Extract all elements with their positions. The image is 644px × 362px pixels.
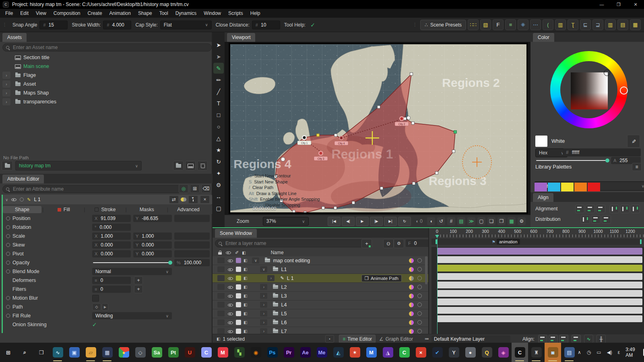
hex-field[interactable]: #ffffff: [563, 148, 641, 156]
rotation-field[interactable]: °0.000: [92, 224, 131, 231]
layer-scrollbar[interactable]: [425, 256, 427, 284]
layer-color-swatch[interactable]: [236, 302, 241, 307]
taskbar-app[interactable]: ▦: [99, 343, 116, 362]
cap-style-dropdown[interactable]: Flat: [160, 21, 212, 29]
keyframe-ring-icon[interactable]: [6, 261, 10, 265]
keyframe-ring-icon[interactable]: [6, 314, 10, 318]
pivot-y-field[interactable]: Y0.000: [133, 250, 172, 257]
viewport-toggle-button[interactable]: ⚙: [518, 217, 526, 225]
transport-button[interactable]: |◀: [328, 217, 341, 226]
align-center-h-button[interactable]: [586, 205, 595, 213]
opacity-field[interactable]: %100.000: [174, 259, 210, 266]
tab-viewport[interactable]: Viewport: [227, 33, 255, 42]
taskbar-app[interactable]: ◭: [330, 343, 347, 362]
attribute-search-input[interactable]: [12, 186, 179, 192]
keyframe-ring-icon[interactable]: [417, 258, 422, 263]
align-top-button[interactable]: [610, 205, 619, 213]
toolbar-icon-button[interactable]: ∷∷: [468, 19, 479, 30]
time-editor-button[interactable]: ≡Time Editor: [339, 335, 376, 343]
layer-duration-bar[interactable]: [437, 298, 642, 305]
toolbar-icon-button[interactable]: ▧: [480, 19, 491, 30]
keyframe-ring-icon[interactable]: [417, 311, 422, 316]
eye-icon[interactable]: [228, 329, 233, 334]
keyframe-ring-icon[interactable]: [417, 320, 422, 325]
motion-blur-checkbox[interactable]: [92, 295, 99, 302]
taskbar-app[interactable]: M: [363, 343, 380, 362]
expand-chevron-icon[interactable]: ›: [2, 80, 10, 88]
render-toggle-icon[interactable]: ◧: [244, 267, 247, 272]
render-toggle-icon[interactable]: ◧: [244, 294, 247, 298]
viewport-canvas[interactable]: Regions 2 Regions 1 Regions 4 Regions 3: [225, 42, 530, 215]
menu-item[interactable]: Help: [247, 9, 264, 18]
viewport-toggle-button[interactable]: ▦: [508, 217, 516, 225]
tab-scene-window[interactable]: Scene Window: [215, 229, 257, 238]
scale-x-field[interactable]: X1.000: [92, 232, 131, 240]
toolbar-icon-button[interactable]: (: [543, 19, 553, 30]
keyframe-ring-icon[interactable]: [6, 296, 10, 300]
drag-grip-icon[interactable]: ⋮: [2, 22, 6, 27]
render-toggle-icon[interactable]: ◧: [244, 320, 247, 325]
tool-button[interactable]: ↔: [213, 191, 224, 202]
add-filter-button[interactable]: +: [134, 285, 143, 293]
in-out-dots-icon[interactable]: [409, 276, 414, 281]
in-out-dots-icon[interactable]: [409, 302, 414, 307]
eye-icon[interactable]: [228, 285, 233, 290]
frame-box-button[interactable]: [572, 335, 581, 343]
layer-search-input[interactable]: [225, 240, 362, 247]
expand-chevron-icon[interactable]: ›: [260, 293, 267, 299]
eye-icon[interactable]: [228, 294, 233, 298]
close-attribute-button[interactable]: ×: [200, 195, 210, 204]
layer-duration-bar[interactable]: [437, 307, 642, 314]
timeline-track-row[interactable]: [431, 264, 644, 272]
tool-button[interactable]: ★: [213, 144, 224, 155]
position-x-field[interactable]: X91.039: [92, 215, 131, 222]
solo-filter-button[interactable]: ʘ: [383, 239, 394, 248]
tool-button[interactable]: ⚙: [213, 179, 224, 190]
menu-item[interactable]: Edit: [17, 9, 32, 18]
tool-button[interactable]: ✦: [213, 168, 224, 179]
taskbar-app[interactable]: ▚: [231, 343, 248, 362]
taskbar-app[interactable]: ▤: [561, 343, 578, 362]
taskbar-app[interactable]: Ps: [264, 343, 281, 362]
tool-button[interactable]: ✎: [213, 63, 224, 74]
viewport-toggle-button[interactable]: ❐: [497, 217, 506, 225]
scale-extra-field[interactable]: [174, 232, 210, 240]
layer-color-swatch[interactable]: [236, 320, 241, 325]
tray-clock-icon[interactable]: ◷: [587, 350, 591, 355]
in-out-toggle-icon[interactable]: [181, 197, 186, 202]
lock-toggle[interactable]: [217, 319, 225, 325]
taskbar-app[interactable]: ❒: [33, 343, 50, 362]
tray-volume-icon[interactable]: ◀): [607, 350, 612, 355]
menu-item[interactable]: Shape: [134, 9, 156, 18]
tool-button[interactable]: ✏: [213, 74, 224, 85]
tool-button[interactable]: ➤: [213, 51, 224, 62]
alpha-slider-knob[interactable]: [605, 158, 609, 162]
keyframe-ring-icon[interactable]: [417, 276, 422, 280]
tool-button[interactable]: ╱: [213, 86, 224, 97]
project-dropdown[interactable]: history map tm: [15, 161, 142, 171]
mini-toggle-button[interactable]: ▪: [325, 335, 334, 343]
path-expand-icon[interactable]: ▶: [102, 303, 108, 311]
taskbar-app[interactable]: ×: [413, 343, 429, 362]
position-extra-field[interactable]: [174, 215, 210, 222]
keyframe-ring-icon[interactable]: [6, 234, 10, 238]
work-area-end-handle[interactable]: [640, 239, 642, 244]
palette-swatch[interactable]: [574, 183, 587, 191]
new-folder-button[interactable]: [173, 161, 184, 171]
lock-toggle[interactable]: [217, 275, 225, 281]
filters-field[interactable]: ≡0: [92, 286, 131, 293]
viewport-toggle-button[interactable]: ▤: [457, 217, 465, 225]
palette-swatch[interactable]: [588, 183, 600, 191]
layer-duration-bar[interactable]: [437, 290, 642, 297]
eye-icon[interactable]: [228, 320, 233, 325]
align-bottom-button[interactable]: [631, 205, 640, 213]
keyframe-ring-icon[interactable]: [6, 225, 10, 229]
taskbar-app[interactable]: Sa: [149, 343, 165, 362]
taskbar-app[interactable]: ∿: [50, 343, 66, 362]
blend-mode-dropdown[interactable]: Normal: [92, 268, 172, 275]
layer-row[interactable]: ◧ › L5: [213, 309, 428, 318]
key-align-right-button[interactable]: [559, 335, 568, 343]
attribute-tab[interactable]: Advanced: [169, 206, 208, 213]
palette-swatch[interactable]: [561, 183, 574, 191]
stroke-width-field[interactable]: #4.000: [103, 21, 131, 29]
